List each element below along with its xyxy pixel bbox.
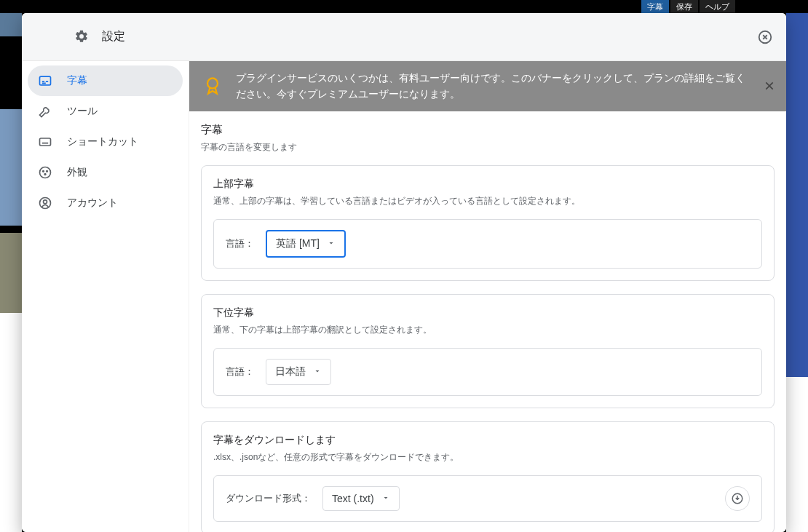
chevron-down-icon — [313, 366, 322, 378]
select-value: Text (.txt) — [332, 493, 374, 504]
svg-rect-2 — [40, 138, 51, 146]
wrench-icon — [38, 104, 52, 119]
sidebar-item-label: 外観 — [67, 166, 87, 179]
modal-header: 設定 — [22, 13, 786, 61]
sidebar-item-label: アカウント — [67, 196, 118, 210]
select-value: 英語 [MT] — [276, 237, 320, 250]
sidebar: 字幕 ツール ショートカット 外観 — [22, 61, 189, 532]
banner-text: プラグインサービスのいくつかは、有料ユーザー向けです。このバナーをクリックして、… — [236, 70, 750, 103]
premium-banner[interactable]: プラグインサービスのいくつかは、有料ユーザー向けです。このバナーをクリックして、… — [189, 61, 786, 111]
sidebar-item-subtitles[interactable]: 字幕 — [28, 65, 183, 96]
download-format-select[interactable]: Text (.txt) — [322, 486, 400, 511]
sidebar-item-label: 字幕 — [67, 74, 87, 87]
keyboard-icon — [38, 135, 52, 149]
sidebar-item-tools[interactable]: ツール — [28, 96, 183, 127]
download-card: 字幕をダウンロードします .xlsx、.jsonなど、任意の形式で字幕をダウンロ… — [201, 421, 775, 532]
sidebar-item-label: ツール — [67, 105, 98, 118]
sidebar-item-shortcuts[interactable]: ショートカット — [28, 127, 183, 157]
sidebar-item-label: ショートカット — [67, 135, 138, 148]
ribbon-icon — [202, 76, 223, 96]
sidebar-item-appearance[interactable]: 外観 — [28, 157, 183, 188]
field-label: 言語： — [226, 237, 254, 250]
svg-point-4 — [43, 171, 44, 172]
section-title: 字幕 — [201, 123, 775, 137]
card-desc: .xlsx、.jsonなど、任意の形式で字幕をダウンロードできます。 — [213, 451, 762, 464]
sidebar-item-account[interactable]: アカウント — [28, 188, 183, 218]
field-label: ダウンロード形式： — [226, 492, 311, 505]
chevron-down-icon — [327, 238, 336, 250]
subtitles-section: 字幕 字幕の言語を変更します 上部字幕 通常、上部の字幕は、学習している言語また… — [189, 111, 786, 532]
subtitles-icon — [38, 74, 52, 88]
bg-tab[interactable]: ヘルブ — [700, 0, 735, 13]
modal-body: 字幕 ツール ショートカット 外観 — [22, 61, 786, 532]
background-tabs: 字幕 保存 ヘルブ — [641, 0, 808, 13]
card-desc: 通常、上部の字幕は、学習している言語またはビデオが入っている言語として設定されま… — [213, 195, 762, 207]
svg-point-5 — [47, 171, 48, 172]
download-field: ダウンロード形式： Text (.txt) — [213, 475, 762, 522]
card-title: 上部字幕 — [213, 178, 762, 191]
svg-point-3 — [40, 167, 51, 178]
bottom-subtitle-field: 言語： 日本語 — [213, 348, 762, 396]
modal-title: 設定 — [102, 29, 125, 44]
svg-point-8 — [44, 200, 47, 204]
section-desc: 字幕の言語を変更します — [201, 141, 775, 154]
account-icon — [38, 196, 52, 210]
card-title: 下位字幕 — [213, 306, 762, 319]
svg-point-9 — [207, 79, 218, 89]
chevron-down-icon — [381, 493, 390, 504]
svg-point-6 — [44, 174, 46, 175]
top-subtitle-field: 言語： 英語 [MT] — [213, 219, 762, 269]
settings-modal: 設定 字幕 ツール ショートカット — [22, 13, 786, 532]
palette-icon — [38, 165, 52, 180]
card-title: 字幕をダウンロードします — [213, 434, 762, 447]
banner-close-button[interactable] — [763, 79, 776, 92]
background-thumbnails — [0, 0, 22, 532]
field-label: 言語： — [226, 365, 254, 378]
bottom-subtitle-card: 下位字幕 通常、下の字幕は上部字幕の翻訳として設定されます。 言語： 日本語 — [201, 294, 775, 408]
content-area: プラグインサービスのいくつかは、有料ユーザー向けです。このバナーをクリックして、… — [189, 61, 786, 532]
top-subtitle-language-select[interactable]: 英語 [MT] — [266, 230, 346, 258]
card-desc: 通常、下の字幕は上部字幕の翻訳として設定されます。 — [213, 324, 762, 336]
select-value: 日本語 — [275, 365, 306, 378]
close-button[interactable] — [756, 28, 775, 47]
background-right-strip — [786, 13, 808, 532]
gear-icon — [74, 29, 89, 44]
bg-tab[interactable]: 字幕 — [641, 0, 669, 13]
bg-tab[interactable]: 保存 — [670, 0, 698, 13]
download-button[interactable] — [725, 486, 750, 511]
top-subtitle-card: 上部字幕 通常、上部の字幕は、学習している言語またはビデオが入っている言語として… — [201, 165, 775, 281]
bottom-subtitle-language-select[interactable]: 日本語 — [266, 359, 331, 385]
